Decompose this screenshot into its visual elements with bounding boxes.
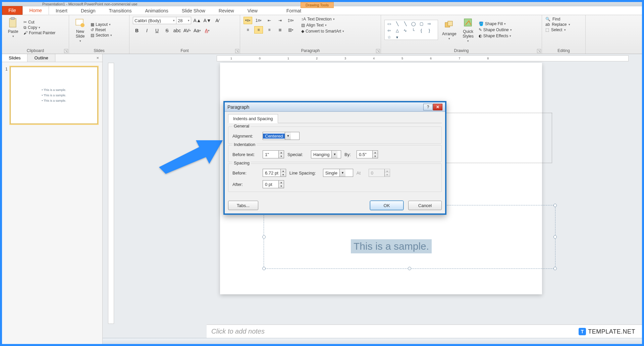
copy-button[interactable]: ⧉Copy▾	[23, 25, 56, 30]
underline-button[interactable]: U	[153, 27, 161, 35]
svg-rect-0	[9, 18, 16, 27]
change-case-button[interactable]: Aa▾	[193, 27, 201, 35]
chevron-down-icon: ▼	[285, 132, 291, 140]
shape-brace2-icon: }	[426, 28, 432, 33]
columns-button[interactable]: ▥▾	[286, 26, 295, 34]
quick-styles-button[interactable]: Quick Styles▾	[461, 16, 476, 43]
clear-format-button[interactable]: A⁄	[213, 16, 221, 24]
horizontal-ruler: 1012345678	[217, 55, 629, 61]
tab-home[interactable]: Home	[22, 6, 49, 15]
alignment-combo[interactable]: Centered▼	[263, 132, 300, 140]
select-button[interactable]: ⬚Select▾	[545, 27, 582, 33]
layout-icon: ▦	[91, 22, 94, 27]
inc-indent-button[interactable]: ⇥	[276, 17, 284, 24]
line-spacing-label: Line Spacing:	[289, 170, 320, 176]
dialog-titlebar[interactable]: Paragraph ? ✕	[225, 102, 445, 112]
arrange-button[interactable]: Arrange▾	[440, 19, 459, 41]
panel-tab-slides[interactable]: Slides	[2, 54, 28, 62]
strike-button[interactable]: S	[163, 27, 171, 35]
contextual-tab-header: Drawing Tools	[301, 2, 334, 8]
shape-line2-icon: ╲	[402, 21, 408, 26]
line-spacing-combo[interactable]: Single▼	[323, 169, 353, 177]
tab-insert[interactable]: Insert	[49, 7, 74, 15]
shape-arrow-icon: ⇨	[426, 21, 432, 26]
shape-line-icon: ╲	[394, 21, 400, 26]
align-left-button[interactable]: ≡	[244, 26, 252, 34]
panel-close-icon[interactable]: ×	[93, 54, 102, 62]
paste-button[interactable]: Paste▾	[5, 16, 21, 39]
watermark: T TEMPLATE.NET	[579, 328, 635, 335]
help-button[interactable]: ?	[423, 104, 433, 110]
slide-thumbnail[interactable]: 1 • This is a sample. • This is a sample…	[5, 67, 99, 124]
new-slide-button[interactable]: New Slide▾	[72, 16, 88, 43]
tab-animations[interactable]: Animations	[138, 7, 175, 15]
section-button[interactable]: ▤Section▾	[90, 33, 113, 38]
bullets-button[interactable]: •≡▾	[244, 17, 252, 24]
find-icon: 🔍	[545, 17, 550, 21]
dec-indent-button[interactable]: ⇤	[265, 17, 274, 24]
shapes-gallery[interactable]: ▭╲╲◯▢⇨⇦ △∿└{}☆▾	[384, 20, 438, 40]
close-button[interactable]: ✕	[433, 104, 442, 110]
sample-text: This is a sample.	[351, 239, 432, 253]
tab-design[interactable]: Design	[74, 7, 102, 15]
before-spinner[interactable]: 6.72 pt▲▼	[263, 169, 286, 177]
layout-button[interactable]: ▦Layout▾	[90, 22, 113, 27]
drawing-launcher[interactable]: ↘	[537, 49, 541, 53]
line-spacing-button[interactable]: ‡≡▾	[286, 17, 295, 24]
panel-tab-outline[interactable]: Outline	[28, 54, 55, 62]
font-color-button[interactable]: A▾	[203, 27, 211, 35]
clipboard-icon	[7, 17, 19, 29]
justify-button[interactable]: ≣	[276, 26, 284, 34]
shape-rrect-icon: ▢	[418, 21, 424, 26]
tab-file[interactable]: File	[2, 6, 22, 15]
tab-slideshow[interactable]: Slide Show	[175, 7, 212, 15]
after-spinner[interactable]: 0 pt▲▼	[263, 180, 284, 188]
format-painter-button[interactable]: 🖌Format Painter	[23, 30, 56, 36]
special-label: Special:	[287, 152, 308, 157]
cut-button[interactable]: ✂Cut	[23, 19, 56, 25]
text-direction-button[interactable]: ↕AText Direction▾	[301, 16, 345, 22]
shadow-button[interactable]: abc	[173, 27, 181, 35]
smartart-button[interactable]: ◆Convert to SmartArt▾	[301, 29, 345, 34]
tab-review[interactable]: Review	[212, 7, 241, 15]
tabs-button[interactable]: Tabs...	[228, 201, 258, 210]
by-spinner[interactable]: 0.5"▲▼	[357, 150, 378, 158]
bold-button[interactable]: B	[133, 27, 141, 35]
tab-transitions[interactable]: Transitions	[102, 7, 139, 15]
before-text-spinner[interactable]: 1"▲▼	[263, 150, 284, 158]
shape-effects-button[interactable]: ◐Shape Effects▾	[478, 33, 513, 39]
font-size-combo[interactable]: 28▾	[176, 17, 191, 24]
shrink-font-button[interactable]: A▼	[203, 16, 211, 24]
shape-fill-button[interactable]: 🪣Shape Fill▾	[478, 21, 513, 27]
notes-pane[interactable]: Click to add notes	[207, 325, 642, 338]
font-name-combo[interactable]: Calibri (Body)▾	[133, 17, 176, 24]
clipboard-launcher[interactable]: ↘	[64, 49, 68, 53]
cancel-button[interactable]: Cancel	[408, 201, 442, 210]
effects-icon: ◐	[479, 34, 482, 38]
dialog-tab-indents[interactable]: Indents and Spacing	[228, 114, 278, 123]
special-combo[interactable]: Hanging▼	[311, 150, 341, 158]
status-bar	[103, 338, 642, 344]
reset-button[interactable]: ↺Reset	[90, 27, 113, 33]
shape-outline-button[interactable]: ✎Shape Outline▾	[478, 27, 513, 33]
char-spacing-button[interactable]: AV▾	[183, 27, 191, 35]
font-launcher[interactable]: ↘	[235, 49, 239, 53]
find-button[interactable]: 🔍Find	[545, 16, 582, 22]
group-slides: New Slide▾ ▦Layout▾ ↺Reset ▤Section▾ Sli…	[69, 15, 129, 54]
tab-view[interactable]: View	[241, 7, 264, 15]
italic-button[interactable]: I	[143, 27, 151, 35]
align-right-button[interactable]: ≡	[265, 26, 274, 34]
shape-arrow2-icon: ⇦	[386, 28, 392, 33]
alignment-label: Alignment:	[232, 134, 259, 139]
align-text-button[interactable]: ▤Align Text▾	[301, 22, 345, 28]
grow-font-button[interactable]: A▲	[193, 16, 201, 24]
align-center-button[interactable]: ≡	[254, 26, 263, 34]
replace-icon: ab	[545, 22, 550, 27]
group-drawing: ▭╲╲◯▢⇨⇦ △∿└{}☆▾ Arrange▾ Quick Styles▾ 🪣…	[381, 15, 542, 54]
ok-button[interactable]: OK	[370, 201, 404, 210]
paragraph-launcher[interactable]: ↘	[376, 49, 380, 53]
dialog-title: Paragraph	[227, 104, 249, 110]
numbering-button[interactable]: 1≡▾	[254, 17, 263, 24]
before-label: Before:	[232, 170, 259, 176]
replace-button[interactable]: abReplace▾	[545, 22, 582, 27]
